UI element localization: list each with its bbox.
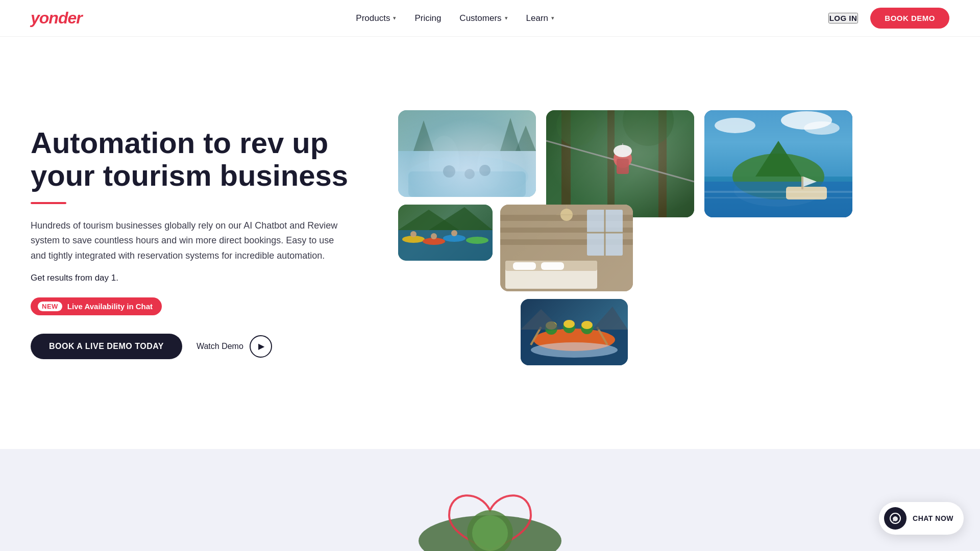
nav-links: Products ▾ Pricing Customers ▾ Learn ▾	[356, 13, 554, 23]
svg-marker-10	[516, 126, 536, 151]
chevron-down-icon: ▾	[551, 15, 554, 21]
nav-actions: LOG IN BOOK DEMO	[828, 8, 949, 29]
bottom-preview-image	[408, 480, 572, 551]
tourism-image-hotel-room	[500, 205, 633, 291]
svg-marker-70	[592, 307, 628, 330]
play-button[interactable]: ▶	[250, 335, 272, 358]
svg-point-4	[443, 165, 455, 178]
svg-rect-30	[801, 177, 803, 189]
bottom-section	[0, 449, 980, 551]
nav-pricing[interactable]: Pricing	[414, 13, 441, 23]
svg-point-23	[715, 118, 755, 133]
watch-demo-label: Watch Demo	[197, 342, 243, 351]
svg-point-42	[431, 233, 437, 239]
svg-marker-8	[413, 120, 434, 151]
tourism-image-hotsprings	[398, 110, 536, 197]
svg-point-19	[614, 145, 632, 157]
chevron-down-icon: ▾	[505, 15, 508, 21]
svg-point-20	[556, 110, 597, 146]
tourism-image-island	[704, 110, 852, 217]
tourism-image-rafting	[521, 299, 628, 365]
nav-customers[interactable]: Customers ▾	[459, 13, 507, 23]
svg-rect-14	[658, 110, 667, 217]
svg-marker-69	[521, 309, 561, 330]
hero-content: Automation to rev up your tourism busine…	[31, 127, 378, 359]
chat-now-label: CHAT NOW	[913, 514, 953, 522]
svg-rect-28	[704, 182, 852, 217]
tourism-image-kayak	[398, 205, 493, 261]
svg-point-43	[451, 230, 457, 236]
chat-now-widget[interactable]: CHAT NOW	[879, 502, 964, 535]
svg-rect-33	[704, 197, 852, 198]
svg-rect-32	[704, 191, 852, 193]
chevron-down-icon: ▾	[393, 15, 396, 21]
svg-point-1	[429, 136, 459, 187]
svg-point-64	[564, 320, 575, 328]
svg-marker-9	[500, 118, 521, 151]
svg-point-65	[581, 321, 593, 329]
nav-products-label: Products	[356, 13, 390, 23]
nav-products[interactable]: Products ▾	[356, 13, 396, 23]
watch-demo-button[interactable]: Watch Demo ▶	[197, 335, 272, 358]
book-demo-nav-button[interactable]: BOOK DEMO	[870, 8, 949, 29]
play-icon: ▶	[258, 341, 264, 351]
svg-point-2	[477, 143, 503, 189]
chat-icon	[884, 507, 906, 530]
svg-rect-3	[408, 171, 526, 197]
hero-divider	[31, 202, 66, 204]
svg-point-0	[406, 156, 528, 197]
svg-rect-11	[546, 110, 694, 217]
book-demo-hero-button[interactable]: BOOK A LIVE DEMO TODAY	[31, 334, 182, 359]
nav-learn[interactable]: Learn ▾	[526, 13, 554, 23]
svg-rect-7	[398, 110, 536, 151]
tourism-image-zipline	[546, 110, 694, 217]
svg-point-6	[479, 165, 491, 176]
svg-point-21	[623, 110, 674, 146]
hero-image-collage	[398, 110, 949, 375]
svg-point-16	[614, 149, 632, 168]
hero-tagline: Get results from day 1.	[31, 273, 378, 283]
logo[interactable]: yonder	[31, 9, 82, 28]
navigation: yonder Products ▾ Pricing Customers ▾ Le…	[0, 0, 980, 37]
svg-rect-13	[607, 110, 615, 217]
svg-rect-53	[513, 262, 536, 270]
svg-rect-17	[617, 159, 629, 174]
svg-point-73	[472, 515, 508, 551]
hero-cta-group: BOOK A LIVE DEMO TODAY Watch Demo ▶	[31, 334, 378, 359]
svg-point-40	[466, 237, 488, 244]
svg-rect-12	[561, 110, 571, 217]
nav-learn-label: Learn	[526, 13, 548, 23]
svg-point-5	[464, 169, 475, 179]
nav-customers-label: Customers	[459, 13, 501, 23]
badge-feature-text: Live Availability in Chat	[67, 302, 153, 311]
hero-description: Hundreds of tourism businesses globally …	[31, 218, 347, 264]
nav-pricing-label: Pricing	[414, 13, 441, 23]
login-button[interactable]: LOG IN	[828, 13, 859, 23]
badge-new-label: NEW	[38, 302, 62, 311]
new-feature-badge[interactable]: NEW Live Availability in Chat	[31, 297, 162, 315]
svg-line-15	[546, 141, 694, 182]
svg-point-25	[804, 121, 840, 135]
hero-section: Automation to rev up your tourism busine…	[0, 37, 980, 449]
svg-rect-54	[541, 262, 564, 270]
hero-title: Automation to rev up your tourism busine…	[31, 127, 378, 192]
svg-point-41	[410, 231, 416, 237]
svg-point-68	[531, 342, 618, 358]
